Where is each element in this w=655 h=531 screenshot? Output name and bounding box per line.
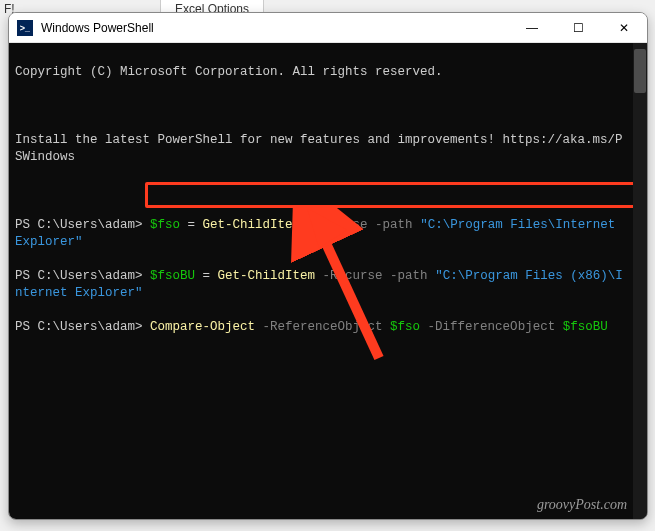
watermark-text: groovyPost.com — [537, 496, 627, 513]
titlebar[interactable]: >_ Windows PowerShell ― ☐ ✕ — [9, 13, 647, 43]
maximize-button[interactable]: ☐ — [555, 13, 601, 42]
scrollbar-track[interactable] — [633, 43, 647, 519]
terminal-content: Copyright (C) Microsoft Corporation. All… — [15, 47, 641, 370]
command-line-2: PS C:\Users\adam> $fsoBU = Get-ChildItem… — [15, 268, 625, 302]
powershell-icon: >_ — [17, 20, 33, 36]
command-line-1: PS C:\Users\adam> $fso = Get-ChildItem -… — [15, 217, 625, 251]
powershell-window: >_ Windows PowerShell ― ☐ ✕ Copyright (C… — [8, 12, 648, 520]
install-msg-text: Install the latest PowerShell for new fe… — [15, 132, 625, 166]
copyright-text: Copyright (C) Microsoft Corporation. All… — [15, 64, 625, 81]
window-controls: ― ☐ ✕ — [509, 13, 647, 42]
command-line-3: PS C:\Users\adam> Compare-Object -Refere… — [15, 319, 625, 336]
terminal-area[interactable]: Copyright (C) Microsoft Corporation. All… — [9, 43, 647, 519]
minimize-button[interactable]: ― — [509, 13, 555, 42]
scrollbar-thumb[interactable] — [634, 49, 646, 93]
window-title: Windows PowerShell — [41, 21, 509, 35]
close-button[interactable]: ✕ — [601, 13, 647, 42]
